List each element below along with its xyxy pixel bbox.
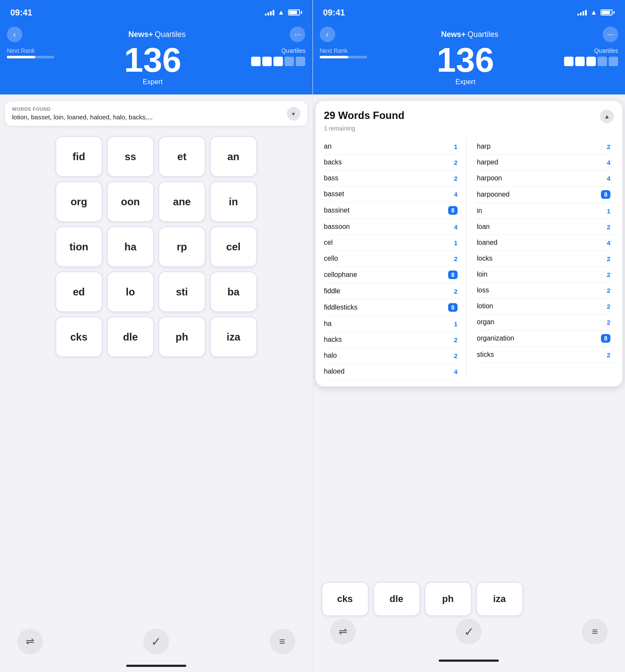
tile-et[interactable]: et bbox=[158, 136, 206, 177]
word-harp: harp bbox=[477, 143, 491, 150]
shuffle-button-right[interactable]: ⇌ bbox=[330, 619, 356, 645]
word-halo: halo bbox=[324, 352, 337, 359]
word-organ: organ bbox=[477, 318, 495, 326]
quartile-sq-5-right bbox=[609, 57, 618, 66]
time-right: 09:41 bbox=[323, 8, 345, 18]
tile-ph-right[interactable]: ph bbox=[425, 582, 472, 616]
tile-tion[interactable]: tion bbox=[55, 226, 103, 267]
grid-row-1-left: fid ss et an bbox=[9, 136, 304, 177]
quartile-sq-3-right bbox=[586, 57, 596, 66]
points-lotion: 2 bbox=[602, 303, 610, 310]
grid-row-4-left: ed lo sti ba bbox=[9, 271, 304, 312]
tile-dle-right[interactable]: dle bbox=[373, 582, 420, 616]
back-button-left[interactable]: ‹ bbox=[7, 27, 22, 42]
word-row-organ: organ 2 bbox=[477, 314, 614, 330]
tile-ane[interactable]: ane bbox=[158, 181, 206, 222]
bottom-tiles-right: cks dle ph iza bbox=[322, 582, 617, 616]
tile-sti[interactable]: sti bbox=[158, 271, 206, 312]
score-left-area: Next Rank bbox=[7, 47, 54, 58]
word-row-cel: cel 1 bbox=[324, 235, 461, 251]
signal-icon-right bbox=[577, 9, 587, 15]
points-organization: 8 bbox=[601, 334, 610, 343]
expand-words-button-left[interactable]: ▾ bbox=[287, 107, 300, 121]
quartiles-label-header-right: Quartiles bbox=[467, 30, 498, 39]
tile-dle[interactable]: dle bbox=[107, 316, 154, 357]
progress-fill-left bbox=[7, 56, 35, 58]
more-button-right[interactable]: ··· bbox=[603, 27, 618, 42]
score-right-area: Quartiles bbox=[251, 47, 305, 66]
tile-ph[interactable]: ph bbox=[158, 316, 206, 357]
tile-lo[interactable]: lo bbox=[107, 271, 154, 312]
quartile-sq-1-left bbox=[251, 57, 261, 66]
progress-bar-right bbox=[320, 56, 367, 58]
shuffle-button-left[interactable]: ⇌ bbox=[17, 629, 43, 654]
word-row-ha: ha 1 bbox=[324, 316, 461, 332]
wifi-icon-right: ▲ bbox=[590, 9, 597, 16]
score-number-left: 136 bbox=[124, 43, 181, 77]
word-fiddlesticks: fiddlesticks bbox=[324, 304, 358, 311]
word-row-bass: bass 2 bbox=[324, 170, 461, 186]
tile-fid[interactable]: fid bbox=[55, 136, 103, 177]
word-loaned: loaned bbox=[477, 239, 498, 246]
points-backs: 2 bbox=[449, 159, 458, 166]
home-indicator-left bbox=[126, 665, 186, 667]
status-icons-right: ▲ bbox=[577, 9, 615, 16]
points-loss: 2 bbox=[602, 287, 610, 294]
tile-iza[interactable]: iza bbox=[210, 316, 257, 357]
tile-cel[interactable]: cel bbox=[210, 226, 257, 267]
tile-rp[interactable]: rp bbox=[158, 226, 206, 267]
list-button-right[interactable]: ≡ bbox=[582, 619, 608, 645]
app-title-right: News+ Quartiles bbox=[439, 30, 498, 39]
word-hacks: hacks bbox=[324, 336, 342, 344]
word-cellophane: cellophane bbox=[324, 271, 357, 279]
points-harped: 4 bbox=[602, 159, 610, 166]
home-indicator-right bbox=[439, 660, 499, 662]
word-row-locks: locks 2 bbox=[477, 251, 614, 267]
words-found-label-left: WORDS FOUND bbox=[12, 106, 287, 112]
tile-cks-right[interactable]: cks bbox=[322, 582, 369, 616]
points-fiddle: 2 bbox=[449, 288, 458, 295]
tile-ba[interactable]: ba bbox=[210, 271, 257, 312]
points-in: 1 bbox=[602, 207, 610, 215]
points-cello: 2 bbox=[449, 255, 458, 262]
word-harpooned: harpooned bbox=[477, 191, 510, 198]
back-button-right[interactable]: ‹ bbox=[320, 27, 335, 42]
score-section-left: Next Rank 136 Expert Quartiles bbox=[0, 47, 312, 94]
bottom-controls-right: ⇌ ✓ ≡ bbox=[313, 612, 625, 655]
tile-ed[interactable]: ed bbox=[55, 271, 103, 312]
list-button-left[interactable]: ≡ bbox=[270, 629, 295, 654]
tile-cks[interactable]: cks bbox=[55, 316, 103, 357]
word-basset: basset bbox=[324, 190, 344, 198]
word-row-fiddle: fiddle 2 bbox=[324, 283, 461, 299]
score-label-right: Expert bbox=[437, 78, 494, 86]
overlay-subtitle: 1 remaining bbox=[324, 125, 614, 132]
words-found-text-left: lotion, basset, loin, loaned, haloed, ha… bbox=[12, 113, 287, 121]
check-button-right[interactable]: ✓ bbox=[456, 619, 482, 645]
quartile-sq-3-left bbox=[273, 57, 283, 66]
points-harpooned: 8 bbox=[601, 190, 610, 199]
tile-org[interactable]: org bbox=[55, 181, 103, 222]
tile-oon[interactable]: oon bbox=[107, 181, 154, 222]
tile-an[interactable]: an bbox=[210, 136, 257, 177]
word-row-harpoon: harpoon 4 bbox=[477, 170, 614, 186]
quartile-squares-left bbox=[251, 57, 305, 66]
quartiles-label-right-right: Quartiles bbox=[594, 47, 618, 54]
tile-in[interactable]: in bbox=[210, 181, 257, 222]
word-row-bassinet: bassinet 8 bbox=[324, 202, 461, 219]
more-button-left[interactable]: ··· bbox=[290, 27, 305, 42]
word-cello: cello bbox=[324, 255, 338, 262]
word-bass: bass bbox=[324, 174, 339, 182]
tile-iza-right[interactable]: iza bbox=[476, 582, 523, 616]
quartile-sq-2-left bbox=[262, 57, 272, 66]
points-haloed: 4 bbox=[449, 368, 458, 375]
word-row-sticks: sticks 2 bbox=[477, 347, 614, 363]
tile-ss[interactable]: ss bbox=[107, 136, 154, 177]
points-harpoon: 4 bbox=[602, 175, 610, 182]
tile-ha[interactable]: ha bbox=[107, 226, 154, 267]
word-loin: loin bbox=[477, 271, 488, 278]
check-button-left[interactable]: ✓ bbox=[143, 629, 169, 654]
points-ha: 1 bbox=[449, 320, 458, 328]
collapse-overlay-button[interactable]: ▲ bbox=[600, 109, 614, 123]
grid-row-3-left: tion ha rp cel bbox=[9, 226, 304, 267]
word-row-fiddlesticks: fiddlesticks 8 bbox=[324, 299, 461, 316]
